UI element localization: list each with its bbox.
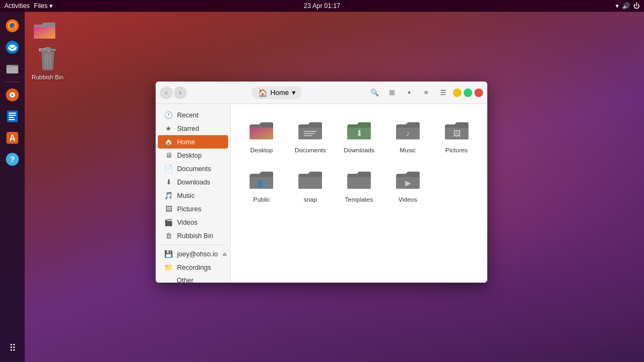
sidebar-item-recordings[interactable]: 📁 Recordings: [158, 261, 228, 274]
folder-snap[interactable]: snap: [288, 162, 333, 207]
sidebar-item-joey[interactable]: 💾 joey@ohso.io ⏏: [158, 247, 228, 261]
rubbish-bin-icon: [35, 46, 61, 72]
minimize-button[interactable]: [453, 88, 462, 97]
view-list-button[interactable]: ≡: [419, 85, 434, 100]
folder-templates[interactable]: Templates: [337, 162, 382, 207]
activities-button[interactable]: Activities: [4, 2, 30, 10]
sidebar: 🕐 Recent ★ Starred 🏠 Home 🖥 Desktop 📄 Do…: [156, 104, 231, 283]
folder-pictures-label: Pictures: [445, 147, 468, 153]
sidebar-label-music: Music: [177, 192, 195, 200]
music-icon: 🎵: [164, 191, 173, 200]
forward-button[interactable]: ›: [174, 86, 187, 99]
location-arrow: ▾: [292, 88, 296, 97]
window-titlebar: ‹ › 🏠 Home ▾ 🔍 ⊞ ▾ ≡ ☰: [156, 82, 487, 104]
power-icon[interactable]: ⏻: [633, 2, 640, 10]
folder-public[interactable]: 👥 Public: [239, 162, 284, 207]
dock-sep1: [5, 82, 20, 82]
sidebar-label-desktop: Desktop: [177, 152, 202, 159]
sidebar-label-home: Home: [177, 138, 195, 146]
svg-rect-13: [9, 115, 16, 116]
eject-icon[interactable]: ⏏: [222, 251, 227, 257]
sidebar-item-rubbish[interactable]: 🗑 Rubbish Bin: [158, 229, 228, 242]
folder-downloads[interactable]: ⬇ Downloads: [337, 113, 382, 158]
menu-button[interactable]: ☰: [436, 85, 451, 100]
sidebar-item-videos[interactable]: 🎬 Videos: [158, 216, 228, 229]
svg-text:?: ?: [10, 154, 14, 164]
sidebar-separator: [160, 245, 226, 245]
svg-rect-21: [34, 27, 55, 39]
folder-pictures[interactable]: 🖼 Pictures: [434, 113, 479, 158]
dock: A ? ⠿: [0, 12, 25, 362]
folder-snap-label: snap: [304, 196, 317, 203]
dock-bottom: ⠿: [3, 338, 22, 358]
back-button[interactable]: ‹: [160, 86, 173, 99]
recordings-icon: 📁: [164, 263, 173, 271]
dock-files[interactable]: [3, 59, 22, 78]
svg-text:⬇: ⬇: [355, 129, 362, 138]
volume-icon[interactable]: 🔊: [622, 2, 630, 10]
main-content: Desktop Documents: [231, 104, 487, 283]
sidebar-label-starred: Starred: [177, 125, 199, 132]
sidebar-item-pictures[interactable]: 🖼 Pictures: [158, 202, 228, 216]
view-dropdown-button[interactable]: ▾: [401, 85, 416, 100]
files-menu[interactable]: Files ▾: [34, 2, 53, 10]
sidebar-item-downloads[interactable]: ⬇ Downloads: [158, 175, 228, 189]
starred-icon: ★: [164, 124, 173, 132]
sidebar-label-other: Other Locations: [177, 277, 222, 283]
dock-help[interactable]: ?: [3, 150, 22, 169]
dock-writer[interactable]: [3, 107, 22, 126]
folder-templates-icon: [345, 166, 373, 194]
sidebar-item-recent[interactable]: 🕐 Recent: [158, 108, 228, 122]
dock-thunderbird[interactable]: [3, 38, 22, 57]
dock-appstore[interactable]: A: [3, 128, 22, 147]
sidebar-item-other-locations[interactable]: + Other Locations: [158, 274, 228, 283]
svg-text:👥: 👥: [257, 179, 267, 188]
topbar-right: ▾ 🔊 ⏻: [616, 2, 640, 10]
documents-icon: 📄: [164, 165, 173, 173]
folder-desktop-label: Desktop: [250, 147, 273, 153]
location-bar: 🏠 Home ▾: [190, 86, 364, 99]
sidebar-label-rubbish: Rubbish Bin: [177, 232, 213, 240]
folder-documents-icon: [296, 117, 324, 145]
folder-documents[interactable]: Documents: [288, 113, 333, 158]
folder-documents-label: Documents: [295, 147, 326, 153]
svg-rect-28: [250, 128, 273, 139]
location-label: Home: [270, 88, 289, 97]
folder-snap-icon: [296, 166, 324, 194]
nav-buttons: ‹ ›: [160, 86, 187, 99]
folder-videos-label: Videos: [398, 196, 417, 203]
folder-music-label: Music: [400, 147, 416, 153]
sidebar-label-joey: joey@ohso.io: [177, 250, 218, 258]
desktop-icon-rubbish[interactable]: Rubbish Bin: [30, 44, 65, 83]
sidebar-item-home[interactable]: 🏠 Home: [158, 135, 228, 149]
file-manager-window: ‹ › 🏠 Home ▾ 🔍 ⊞ ▾ ≡ ☰ 🕐 Recent: [156, 82, 487, 283]
sidebar-label-recordings: Recordings: [177, 264, 211, 271]
sidebar-item-desktop[interactable]: 🖥 Desktop: [158, 149, 228, 162]
svg-rect-12: [9, 113, 16, 114]
dock-rhythmbox[interactable]: [3, 85, 22, 105]
recent-icon: 🕐: [164, 111, 173, 119]
close-button[interactable]: [474, 88, 483, 97]
svg-line-26: [50, 54, 50, 68]
folder-music[interactable]: ♪ Music: [385, 113, 430, 158]
dock-firefox[interactable]: [3, 16, 22, 35]
sidebar-label-documents: Documents: [177, 165, 211, 173]
omg-folder-icon: [32, 18, 57, 44]
home-icon: 🏠: [258, 88, 267, 97]
folder-desktop[interactable]: Desktop: [239, 113, 284, 158]
folder-videos[interactable]: ▶ Videos: [385, 162, 430, 207]
wifi-icon[interactable]: ▾: [616, 2, 619, 10]
folder-videos-icon: ▶: [394, 166, 422, 194]
search-button[interactable]: 🔍: [367, 85, 382, 100]
folder-templates-label: Templates: [345, 196, 373, 203]
sidebar-item-music[interactable]: 🎵 Music: [158, 189, 228, 202]
sidebar-item-starred[interactable]: ★ Starred: [158, 122, 228, 135]
location-pill[interactable]: 🏠 Home ▾: [252, 86, 303, 99]
svg-point-10: [11, 94, 13, 96]
view-grid-button[interactable]: ⊞: [384, 85, 399, 100]
rubbish-icon-label: Rubbish Bin: [32, 74, 63, 80]
dock-grid[interactable]: ⠿: [3, 338, 22, 358]
maximize-button[interactable]: [464, 88, 472, 97]
sidebar-item-documents[interactable]: 📄 Documents: [158, 162, 228, 175]
svg-rect-23: [45, 47, 51, 50]
